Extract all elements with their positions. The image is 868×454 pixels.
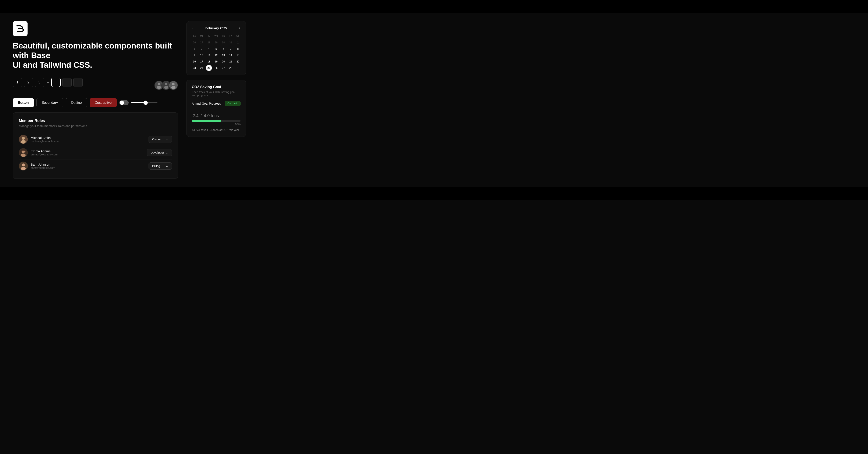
page-dash: – xyxy=(46,80,50,85)
member-info-sam: Sam Johnson sam@example.com xyxy=(19,162,55,170)
cal-day-8[interactable]: 8 xyxy=(235,46,241,52)
member-row-emma: Emma Adams emma@example.com Developer ⌄ xyxy=(19,146,172,159)
cal-day-24[interactable]: 24 xyxy=(198,65,205,71)
calendar-card: ‹ February 2025 › Su Mo Tu We Th Fr Sa 2… xyxy=(186,21,246,75)
member-email-emma: emma@example.com xyxy=(31,153,58,156)
outline-button[interactable]: Outline xyxy=(66,98,87,107)
cal-day-3[interactable]: 3 xyxy=(198,46,205,52)
role-select-micheal[interactable]: Owner ⌄ xyxy=(149,136,172,143)
chevron-down-icon-sam: ⌄ xyxy=(166,164,168,168)
pagination-avatars-row: 1 2 3 – xyxy=(13,78,178,93)
cal-header-tu: Tu xyxy=(205,34,213,38)
cal-day-27-prev[interactable]: 27 xyxy=(198,40,205,45)
page-btn-empty-1[interactable] xyxy=(62,78,72,87)
chevron-down-icon-micheal: ⌄ xyxy=(166,138,168,141)
cal-day-2[interactable]: 2 xyxy=(191,46,197,52)
cal-day-16[interactable]: 16 xyxy=(191,59,197,65)
co2-title: CO2 Saving Goal xyxy=(192,85,241,89)
cal-day-29-prev[interactable]: 29 xyxy=(213,40,219,45)
cal-day-28-prev[interactable]: 28 xyxy=(206,40,212,45)
slider-track[interactable] xyxy=(131,102,157,103)
cal-day-18[interactable]: 18 xyxy=(206,59,212,65)
cal-day-26-prev[interactable]: 26 xyxy=(191,40,197,45)
right-panel: ‹ February 2025 › Su Mo Tu We Th Fr Sa 2… xyxy=(186,21,246,179)
destructive-button[interactable]: Destructive xyxy=(90,98,117,107)
main-container: Beautiful, customizable components built… xyxy=(0,13,868,187)
co2-progress-container: 60% xyxy=(192,120,241,126)
cal-day-30-prev[interactable]: 30 xyxy=(220,40,226,45)
cal-day-12[interactable]: 12 xyxy=(213,52,219,58)
member-info-emma: Emma Adams emma@example.com xyxy=(19,148,58,157)
co2-progress-bg xyxy=(192,120,241,122)
cal-day-14[interactable]: 14 xyxy=(228,52,234,58)
cal-day-10[interactable]: 10 xyxy=(198,52,205,58)
cal-day-4[interactable]: 4 xyxy=(206,46,212,52)
member-roles-title: Member Roles xyxy=(19,119,172,123)
svg-point-15 xyxy=(21,154,26,157)
cal-day-5[interactable]: 5 xyxy=(213,46,219,52)
cal-day-26[interactable]: 26 xyxy=(213,65,219,71)
page-btn-3[interactable]: 3 xyxy=(35,78,44,87)
cal-day-21[interactable]: 21 xyxy=(228,59,234,65)
role-select-sam[interactable]: Billing ⌄ xyxy=(149,162,172,170)
pagination: 1 2 3 – xyxy=(13,78,83,87)
co2-card: CO2 Saving Goal Keep track of your CO2 s… xyxy=(186,79,246,137)
co2-current: 2.4 xyxy=(193,113,198,118)
co2-progress-pct: 60% xyxy=(192,123,241,126)
co2-goal-label: Annual Goal Progress xyxy=(192,102,221,105)
cal-day-27[interactable]: 27 xyxy=(220,65,226,71)
cal-day-7[interactable]: 7 xyxy=(228,46,234,52)
cal-day-11[interactable]: 11 xyxy=(206,52,212,58)
cal-day-19[interactable]: 19 xyxy=(213,59,219,65)
svg-point-8 xyxy=(172,83,175,85)
calendar-prev-button[interactable]: ‹ xyxy=(191,26,194,30)
cal-day-23[interactable]: 23 xyxy=(191,65,197,71)
cal-header-th: Th xyxy=(220,34,227,38)
member-row-sam: Sam Johnson sam@example.com Billing ⌄ xyxy=(19,159,172,172)
bottom-bar xyxy=(0,187,868,200)
co2-subtitle: Keep track of your CO2 saving goal and p… xyxy=(192,90,241,97)
calendar-title: February 2025 xyxy=(205,26,227,30)
cal-day-15[interactable]: 15 xyxy=(235,52,241,58)
page-btn-active[interactable] xyxy=(51,78,61,87)
primary-button[interactable]: Button xyxy=(13,98,34,107)
page-btn-2[interactable]: 2 xyxy=(24,78,33,87)
svg-point-6 xyxy=(164,86,168,89)
cal-day-28[interactable]: 28 xyxy=(228,65,234,71)
secondary-button[interactable]: Secondary xyxy=(36,98,63,107)
cal-day-1-next[interactable]: 1 xyxy=(235,65,241,71)
co2-value: 2.4 / 4.0 tons xyxy=(192,109,241,119)
cal-day-31-prev[interactable]: 31 xyxy=(228,40,234,45)
svg-point-17 xyxy=(22,163,25,166)
member-name-emma: Emma Adams xyxy=(31,149,58,153)
cal-day-22[interactable]: 22 xyxy=(235,59,241,65)
cal-day-13[interactable]: 13 xyxy=(220,52,226,58)
co2-total: / 4.0 tons xyxy=(199,113,219,118)
calendar-day-headers: Su Mo Tu We Th Fr Sa xyxy=(191,34,241,38)
cal-day-6[interactable]: 6 xyxy=(220,46,226,52)
cal-day-1[interactable]: 1 xyxy=(235,40,241,45)
svg-point-11 xyxy=(22,137,25,140)
role-select-emma[interactable]: Developer ⌄ xyxy=(147,149,172,156)
cal-header-fr: Fr xyxy=(227,34,234,38)
calendar-next-button[interactable]: › xyxy=(238,26,241,30)
slider-thumb[interactable] xyxy=(144,101,148,105)
button-group: Button Secondary Outline Destructive xyxy=(13,98,178,107)
co2-goal-header: Annual Goal Progress On track xyxy=(192,101,241,106)
svg-point-5 xyxy=(165,83,167,85)
member-name-sam: Sam Johnson xyxy=(31,163,55,166)
svg-point-12 xyxy=(21,140,26,143)
member-name-micheal: Micheal Smith xyxy=(31,136,59,139)
member-row-micheal: Micheal Smith micheal@example.com Owner … xyxy=(19,133,172,146)
cal-day-9[interactable]: 9 xyxy=(191,52,197,58)
toggle-switch[interactable] xyxy=(119,100,129,105)
page-btn-1[interactable]: 1 xyxy=(13,78,22,87)
page-btn-empty-2[interactable] xyxy=(73,78,83,87)
cal-day-20[interactable]: 20 xyxy=(220,59,226,65)
member-email-micheal: micheal@example.com xyxy=(31,139,59,143)
cal-day-17[interactable]: 17 xyxy=(198,59,205,65)
role-label-micheal: Owner xyxy=(152,138,161,141)
co2-saved-text: You've saved 2.4 tons of CO2 this year xyxy=(192,128,241,131)
chevron-down-icon-emma: ⌄ xyxy=(166,151,168,154)
cal-day-25-today[interactable]: 25 xyxy=(206,65,212,71)
